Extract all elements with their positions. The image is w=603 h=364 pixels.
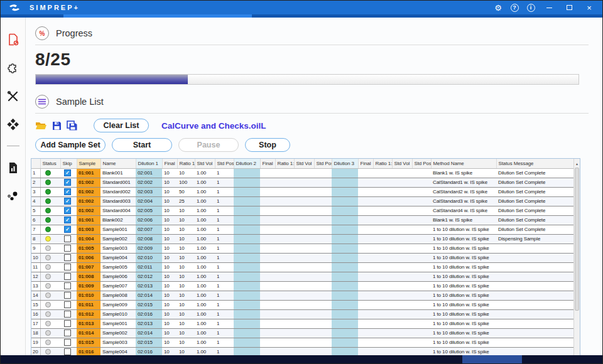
- save-as-icon[interactable]: [67, 120, 77, 131]
- table-row[interactable]: 1101:007Sample00502:01110101.0011 to 10 …: [31, 262, 574, 272]
- skip-checkbox[interactable]: [64, 282, 71, 289]
- skip-checkbox[interactable]: ✓: [64, 217, 71, 223]
- column-header[interactable]: Std Vol: [392, 159, 412, 168]
- table-row[interactable]: 6✓01:001Blank00202:00610101.001Blank1 w.…: [31, 215, 574, 225]
- table-row[interactable]: 1301:009Sample00702:01310101.0011 to 10 …: [31, 281, 574, 291]
- tools-icon[interactable]: [5, 88, 21, 104]
- skip-checkbox[interactable]: [64, 348, 71, 355]
- table-row[interactable]: 801:004Sample00202:00810101.0011 to 10 d…: [31, 234, 574, 244]
- workflow-icon[interactable]: [5, 60, 21, 76]
- skip-checkbox[interactable]: [64, 264, 71, 270]
- column-header[interactable]: Ratio 1:: [275, 159, 294, 168]
- skip-checkbox[interactable]: ✓: [64, 207, 71, 214]
- column-header[interactable]: Ratio 1:: [373, 159, 392, 168]
- column-header[interactable]: Dilution 2: [234, 159, 260, 168]
- row-number: 2: [31, 178, 40, 187]
- table-row[interactable]: 1801:014Sample00202:01410101.0011 to 10 …: [31, 328, 574, 338]
- table-row[interactable]: 1501:011Sample00902:01510101.0011 to 10 …: [31, 300, 574, 309]
- sample-position: 01:002: [77, 178, 100, 187]
- start-button[interactable]: Start: [112, 138, 172, 152]
- skip-checkbox[interactable]: ✓: [64, 179, 71, 186]
- method-name: Blank1 w. IS spike: [431, 168, 496, 178]
- minimize-button[interactable]: [541, 1, 557, 14]
- status-message: [496, 309, 574, 319]
- save-icon[interactable]: [52, 121, 62, 131]
- status-message: Dilution Set Complete: [496, 196, 574, 206]
- scroll-up-icon[interactable]: ▲: [574, 160, 580, 167]
- skip-checkbox[interactable]: ✓: [64, 198, 71, 205]
- table-row[interactable]: 901:005Sample00302:00910101.0011 to 10 d…: [31, 244, 574, 253]
- row-number: 13: [31, 281, 40, 291]
- table-row[interactable]: 1601:012Sample01002:01610101.0011 to 10 …: [31, 309, 574, 319]
- table-row[interactable]: 7✓01:003Sample00102:00710101.0011 to 10 …: [31, 225, 574, 234]
- column-header[interactable]: Std Pos: [215, 159, 234, 168]
- column-header[interactable]: Final: [358, 159, 373, 168]
- table-row[interactable]: 1701:013Sample00102:01310101.0011 to 10 …: [31, 319, 574, 328]
- skip-checkbox[interactable]: [64, 254, 71, 261]
- sample-position: 01:006: [77, 253, 100, 262]
- table-row[interactable]: 4✓01:002Standard00302:00410251.001CalSta…: [31, 196, 574, 206]
- stop-button[interactable]: Stop: [245, 138, 290, 152]
- table-row[interactable]: 1001:006Sample00402:01010101.0011 to 10 …: [31, 253, 574, 262]
- modules-icon[interactable]: [5, 116, 21, 132]
- skip-checkbox[interactable]: [64, 320, 71, 327]
- column-header[interactable]: Status Message: [496, 159, 574, 168]
- table-row[interactable]: 1401:010Sample00802:01410101.0011 to 10 …: [31, 291, 574, 300]
- column-header[interactable]: Name: [100, 159, 136, 168]
- skip-checkbox[interactable]: ✓: [64, 226, 71, 233]
- column-header[interactable]: Final: [162, 159, 177, 168]
- method-name: 1 to 10 dilution w. IS spike: [431, 300, 496, 309]
- skip-checkbox[interactable]: [64, 311, 71, 318]
- row-number: 1: [31, 168, 40, 178]
- table-row[interactable]: 1✓01:001Blank00102:00110101.001Blank1 w.…: [31, 168, 574, 178]
- column-header[interactable]: Ratio 1:: [177, 159, 195, 168]
- column-header[interactable]: Method Name: [431, 159, 496, 168]
- dilution2-position: [234, 253, 260, 262]
- close-button[interactable]: ×: [581, 1, 597, 14]
- table-row[interactable]: 1201:008Sample00602:01210101.0011 to 10 …: [31, 272, 574, 281]
- sample-position: 01:001: [77, 168, 100, 178]
- skip-checkbox[interactable]: [64, 273, 71, 280]
- skip-checkbox[interactable]: [64, 235, 71, 242]
- table-row[interactable]: 2✓01:002Standard00102:002101001.001CalSt…: [31, 178, 574, 187]
- column-header[interactable]: Skip: [60, 159, 77, 168]
- skip-checkbox[interactable]: [64, 329, 71, 336]
- skip-checkbox[interactable]: [64, 339, 71, 346]
- column-header[interactable]: Std Pos: [314, 159, 332, 168]
- skip-checkbox[interactable]: [64, 245, 71, 252]
- sample-prep-icon[interactable]: [5, 31, 21, 48]
- column-header[interactable]: Std Vol: [294, 159, 314, 168]
- vertical-scrollbar[interactable]: ▲ ▼: [573, 159, 580, 360]
- open-folder-icon[interactable]: [35, 121, 47, 131]
- help-icon[interactable]: ?: [508, 1, 521, 14]
- table-row[interactable]: 5✓01:002Standard00402:00510101.001CalSta…: [31, 206, 574, 215]
- minimize-icon: [546, 8, 552, 8]
- column-header[interactable]: Dilution 3: [332, 159, 358, 168]
- settings-icon[interactable]: ⚙: [492, 1, 504, 14]
- clear-list-button[interactable]: Clear List: [94, 119, 149, 132]
- column-header[interactable]: Sample: [77, 159, 100, 168]
- dilution2-position: [234, 328, 260, 338]
- info-icon[interactable]: i: [524, 1, 537, 14]
- dilution1-position: 02:003: [136, 187, 162, 196]
- column-header[interactable]: Status: [40, 159, 60, 168]
- skip-checkbox[interactable]: ✓: [64, 169, 71, 176]
- scrollbar-thumb[interactable]: [575, 168, 579, 311]
- column-header[interactable]: Std Vol: [195, 159, 215, 168]
- dilution1-position: 02:011: [136, 262, 162, 272]
- column-header[interactable]: Dilution 1: [136, 159, 162, 168]
- molecule-icon[interactable]: [5, 188, 21, 204]
- status-dot-gray: [45, 321, 51, 326]
- column-header[interactable]: Std Pos: [412, 159, 431, 168]
- pause-button[interactable]: Pause: [178, 138, 239, 152]
- sidebar: [1, 18, 26, 355]
- skip-checkbox[interactable]: [64, 301, 71, 308]
- skip-checkbox[interactable]: ✓: [64, 188, 71, 195]
- maximize-button[interactable]: [561, 1, 577, 14]
- add-sample-set-button[interactable]: Add Sample Set: [35, 138, 106, 152]
- table-row[interactable]: 1901:015Sample00302:01510101.0011 to 10 …: [31, 338, 574, 347]
- skip-checkbox[interactable]: [64, 292, 71, 299]
- column-header[interactable]: Final: [260, 159, 275, 168]
- table-row[interactable]: 3✓01:002Standard00202:00310501.001CalSta…: [31, 187, 574, 196]
- report-icon[interactable]: [5, 159, 21, 176]
